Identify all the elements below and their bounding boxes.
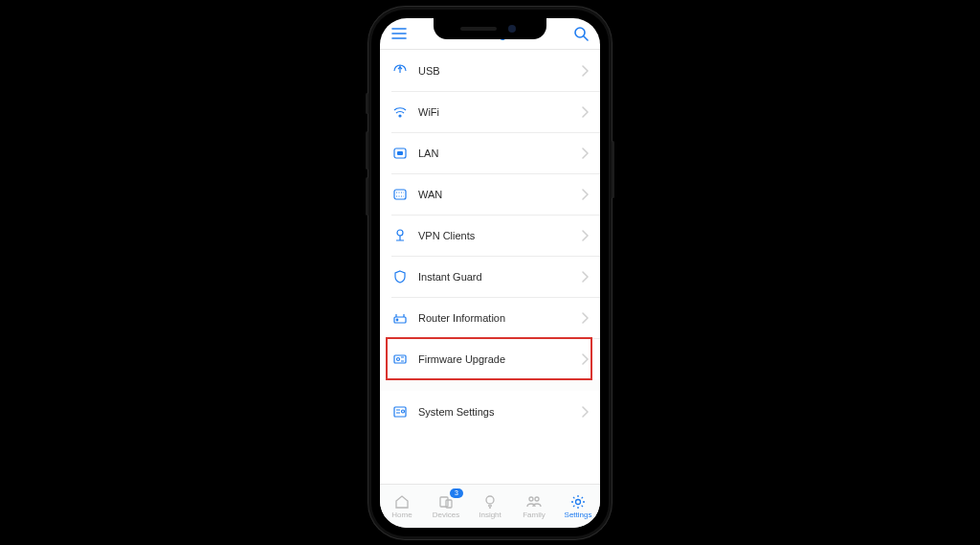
section-gap [380, 379, 600, 391]
phone-frame: Settings USB [368, 7, 612, 539]
usb-icon [391, 62, 409, 79]
shield-icon [391, 268, 409, 285]
svg-point-11 [396, 319, 398, 321]
svg-rect-7 [397, 151, 403, 155]
svg-point-5 [399, 115, 401, 117]
chevron-right-icon [581, 312, 589, 324]
people-icon [525, 493, 543, 511]
settings-row-label: USB [418, 65, 581, 77]
svg-line-4 [584, 36, 588, 40]
tab-family[interactable]: Family [512, 485, 556, 528]
settings-row-label: System Settings [418, 406, 581, 418]
home-icon [393, 493, 411, 511]
settings-row-routerinfo[interactable]: Router Information [380, 297, 600, 338]
side-button-volup [366, 131, 368, 170]
chevron-right-icon [581, 65, 589, 77]
tab-label: Insight [479, 511, 501, 519]
settings-row-system[interactable]: System Settings [380, 391, 600, 432]
svg-point-20 [535, 497, 539, 501]
chevron-right-icon [581, 148, 589, 159]
chevron-right-icon [581, 189, 589, 200]
lan-icon [391, 145, 409, 162]
settings-row-label: Router Information [418, 312, 581, 324]
settings-row-label: Instant Guard [418, 271, 581, 283]
firmware-icon [391, 351, 409, 368]
settings-row-vpn[interactable]: VPN Clients [380, 215, 600, 256]
wan-icon [391, 186, 409, 203]
phone-screen: Settings USB [380, 18, 600, 528]
settings-row-lan[interactable]: LAN [380, 132, 600, 173]
svg-point-21 [576, 500, 581, 505]
chevron-right-icon [581, 406, 589, 418]
settings-row-firmware[interactable]: Firmware Upgrade [380, 338, 600, 379]
bulb-icon [481, 493, 499, 511]
settings-row-label: LAN [418, 148, 581, 159]
settings-row-label: WAN [418, 189, 581, 200]
svg-point-15 [402, 410, 405, 413]
settings-row-wan[interactable]: WAN [380, 173, 600, 215]
svg-point-9 [397, 230, 403, 236]
chevron-right-icon [581, 230, 589, 241]
chevron-right-icon [581, 353, 589, 365]
system-settings-icon [391, 403, 409, 420]
tab-insight[interactable]: Insight [468, 485, 512, 528]
settings-row-label: Firmware Upgrade [418, 353, 581, 365]
notch [434, 18, 546, 39]
tab-label: Settings [565, 511, 592, 519]
settings-list: USB WiFi [380, 50, 600, 484]
devices-badge: 3 [450, 488, 463, 498]
wifi-icon [391, 103, 409, 121]
settings-row-label: WiFi [418, 106, 581, 118]
search-icon [573, 26, 589, 41]
settings-row-label: VPN Clients [418, 230, 581, 241]
tab-devices[interactable]: 3 Devices [424, 485, 468, 528]
stage: Settings USB [0, 0, 980, 545]
settings-row-instantguard[interactable]: Instant Guard [380, 256, 600, 297]
svg-rect-16 [440, 497, 448, 507]
vpn-icon [391, 227, 409, 244]
tab-bar: Home 3 Devices Insight [380, 484, 600, 528]
chevron-right-icon [581, 106, 589, 118]
svg-rect-8 [394, 190, 406, 199]
tab-label: Devices [433, 511, 459, 519]
svg-point-18 [486, 496, 494, 504]
chevron-right-icon [581, 271, 589, 283]
settings-row-usb[interactable]: USB [380, 50, 600, 91]
svg-point-13 [397, 357, 400, 360]
settings-row-wifi[interactable]: WiFi [380, 91, 600, 132]
side-button-power [612, 141, 614, 198]
gear-icon [569, 493, 587, 511]
hamburger-icon [391, 28, 407, 39]
tab-label: Family [523, 511, 546, 519]
search-button[interactable] [571, 24, 590, 43]
router-info-icon [391, 309, 409, 327]
side-button-voldown [366, 177, 368, 216]
menu-button[interactable] [390, 24, 409, 43]
svg-point-19 [529, 497, 533, 501]
side-button-silence [366, 93, 368, 114]
tab-label: Home [391, 511, 412, 519]
